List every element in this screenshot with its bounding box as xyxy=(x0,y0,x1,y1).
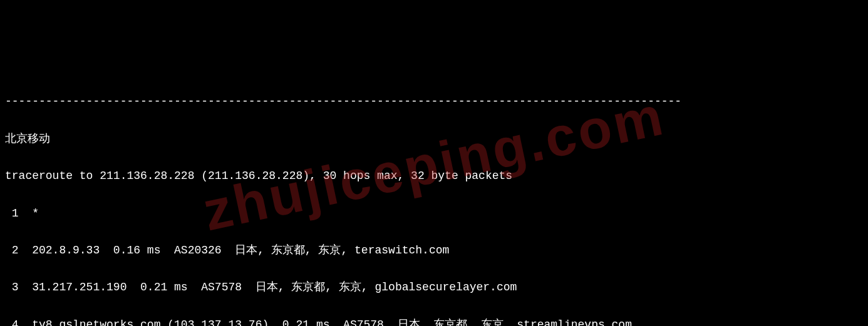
terminal-output: ----------------------------------------… xyxy=(0,74,868,326)
hop-line: 1 * xyxy=(5,205,863,223)
carrier-title: 北京移动 xyxy=(5,130,863,149)
traceroute-header: traceroute to 211.136.28.228 (211.136.28… xyxy=(5,167,863,186)
hop-line: 3 31.217.251.190 0.21 ms AS7578 日本, 东京都,… xyxy=(5,278,863,297)
hop-line: 2 202.8.9.33 0.16 ms AS20326 日本, 东京都, 东京… xyxy=(5,242,863,260)
hop-line: 4 ty8.gslnetworks.com (103.137.13.76) 0.… xyxy=(5,316,863,326)
separator-line: ----------------------------------------… xyxy=(5,93,863,111)
